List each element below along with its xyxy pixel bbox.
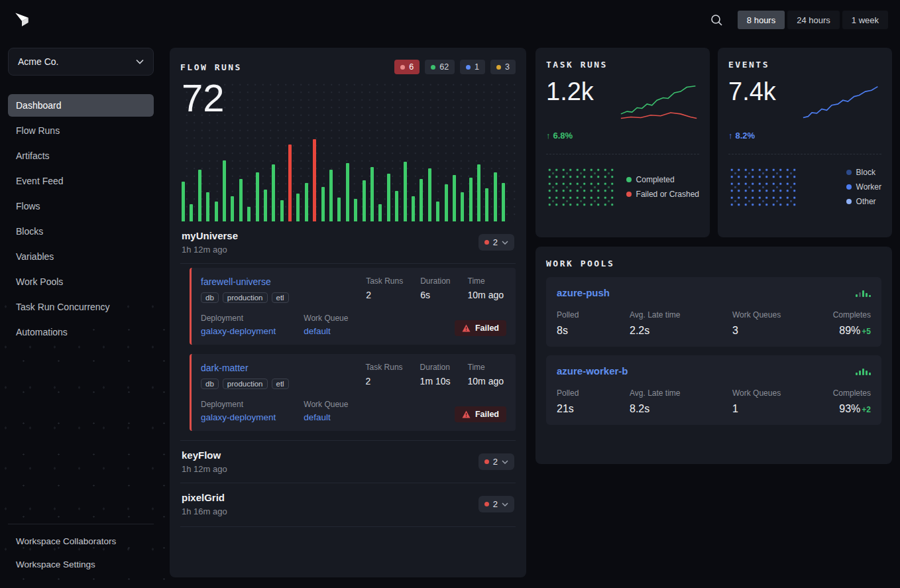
stat-label: Completes <box>833 310 871 320</box>
light-blue-dot-icon <box>846 199 852 204</box>
green-dot-icon <box>626 177 632 182</box>
badge-running-count[interactable]: 1 <box>460 60 485 74</box>
stat-value: 3 <box>732 325 833 337</box>
stat-label: Polled <box>557 388 630 398</box>
workspace-selector[interactable]: Acme Co. <box>8 48 154 76</box>
legend-item: Worker <box>846 182 881 192</box>
legend-label: Block <box>856 168 875 177</box>
sidebar-item-dashboard[interactable]: Dashboard <box>8 94 154 117</box>
events-delta: ↑ 8.2% <box>728 131 881 141</box>
stat-value: 2.2s <box>630 325 732 337</box>
divider <box>728 154 881 154</box>
flow-group-pixelgrid: pixelGrid 1h 16m ago 2 <box>180 483 516 525</box>
flow-runs-title: FLOW RUNS <box>180 62 242 72</box>
badge-failed-count[interactable]: 6 <box>394 60 420 74</box>
flow-run-link[interactable]: dark-matter <box>201 363 366 373</box>
flow-group-name: pixelGrid <box>182 492 227 503</box>
sidebar-item-automations[interactable]: Automations <box>8 321 154 343</box>
stat-label: Duration <box>420 276 450 286</box>
completes-value: 89% <box>839 325 860 336</box>
flow-group-expander[interactable]: 2 <box>478 496 514 512</box>
work-queue-link[interactable]: default <box>304 412 348 422</box>
status-badge-failed: Failed <box>455 320 506 336</box>
sidebar-item-artifacts[interactable]: Artifacts <box>8 145 154 167</box>
sidebar-item-flow-runs[interactable]: Flow Runs <box>8 119 154 142</box>
stat-value: 1m 10s <box>420 376 451 386</box>
work-pool-link[interactable]: azure-worker-b <box>557 365 628 377</box>
work-pool-link[interactable]: azure-push <box>557 287 610 298</box>
flow-run-bar <box>215 202 218 221</box>
flow-group-keyflow: keyFlow 1h 12m ago 2 <box>180 440 516 483</box>
work-queue-link[interactable]: default <box>304 326 348 336</box>
sidebar-item-blocks[interactable]: Blocks <box>8 220 154 243</box>
badge-late-count[interactable]: 3 <box>490 60 516 74</box>
work-pool-card: azure-worker-b Polled21s Avg. Late time8… <box>546 355 881 425</box>
deployment-link[interactable]: galaxy-deployment <box>201 412 276 422</box>
legend-label: Completed <box>636 175 675 184</box>
flow-run-bar <box>288 145 292 221</box>
time-range-8-hours[interactable]: 8 hours <box>738 11 785 29</box>
sidebar-item-event-feed[interactable]: Event Feed <box>8 170 154 192</box>
completes-delta: +5 <box>862 327 871 336</box>
stat-value: 93%+2 <box>833 403 871 415</box>
events-legend: Block Worker Other <box>846 168 881 206</box>
flow-run-bar <box>477 164 480 221</box>
flow-run-bar <box>256 172 259 221</box>
task-runs-legend: Completed Failed or Crashed <box>626 175 699 199</box>
sidebar-item-workspace-collaborators[interactable]: Workspace Collaborators <box>8 530 154 553</box>
flow-group-expander[interactable]: 2 <box>478 453 514 470</box>
stat-label: Time <box>468 363 504 372</box>
time-range-24-hours[interactable]: 24 hours <box>787 11 840 29</box>
flow-run-bar <box>378 204 382 221</box>
stat-value: 10m ago <box>468 376 504 386</box>
flow-group-count: 2 <box>493 237 498 247</box>
sidebar-item-flows[interactable]: Flows <box>8 195 154 217</box>
task-runs-panel: TASK RUNS 1.2k ↑ 6.8% <box>535 48 710 237</box>
task-runs-delta: ↑ 6.8% <box>546 131 699 141</box>
sidebar-item-work-pools[interactable]: Work Pools <box>8 270 154 293</box>
badge-value: 3 <box>505 62 510 72</box>
events-title: EVENTS <box>728 60 881 70</box>
flow-run-bar <box>198 170 201 221</box>
task-runs-sparkline <box>620 82 699 124</box>
stat-label: Avg. Late time <box>630 388 732 398</box>
flow-run-card: farewell-universe db production etl Task… <box>190 268 516 345</box>
flow-run-bar <box>190 204 193 221</box>
tag: etl <box>272 379 289 389</box>
sidebar-item-variables[interactable]: Variables <box>8 245 154 268</box>
flow-run-bar <box>239 179 243 221</box>
flow-run-bar <box>305 183 308 221</box>
sidebar-item-workspace-settings[interactable]: Workspace Settings <box>8 553 154 576</box>
stat-value: 8s <box>557 325 630 337</box>
legend-label: Worker <box>856 182 881 192</box>
tag-list: db production etl <box>201 292 366 303</box>
flow-group-count: 2 <box>493 499 498 509</box>
stat-label: Completes <box>833 388 871 398</box>
run-stats: Task Runs2 Duration1m 10s Time10m ago <box>366 363 504 389</box>
search-icon[interactable] <box>707 11 726 29</box>
time-range-1-week[interactable]: 1 week <box>842 11 888 29</box>
topbar: 8 hours 24 hours 1 week <box>0 0 900 40</box>
sidebar: Acme Co. Dashboard Flow Runs Artifacts E… <box>0 40 162 588</box>
stat-label: Work Queue <box>304 400 348 409</box>
events-sparkline <box>802 82 881 124</box>
chevron-down-icon <box>502 460 508 464</box>
run-stats: Task Runs2 Duration6s Time10m ago <box>366 276 504 303</box>
flow-run-bar <box>428 168 431 221</box>
work-pool-stats: Polled21s Avg. Late time8.2s Work Queues… <box>557 388 871 415</box>
flow-runs-header: FLOW RUNS 6 62 1 3 <box>180 60 516 74</box>
flow-run-link[interactable]: farewell-universe <box>201 276 366 287</box>
flow-group-expander[interactable]: 2 <box>478 234 514 251</box>
badge-value: 1 <box>475 62 479 72</box>
topbar-right: 8 hours 24 hours 1 week <box>707 11 888 29</box>
flow-group-count: 2 <box>493 457 498 467</box>
deployment-link[interactable]: galaxy-deployment <box>201 326 276 336</box>
flow-run-bar <box>313 139 316 221</box>
stat-label: Duration <box>420 363 451 372</box>
sidebar-item-task-run-concurrency[interactable]: Task Run Concurrency <box>8 296 154 318</box>
task-runs-dot-grid <box>546 166 615 207</box>
badge-completed-count[interactable]: 62 <box>425 60 455 74</box>
workspace-name: Acme Co. <box>18 56 58 67</box>
flow-run-bar <box>420 179 423 221</box>
tag-list: db production etl <box>201 379 366 389</box>
